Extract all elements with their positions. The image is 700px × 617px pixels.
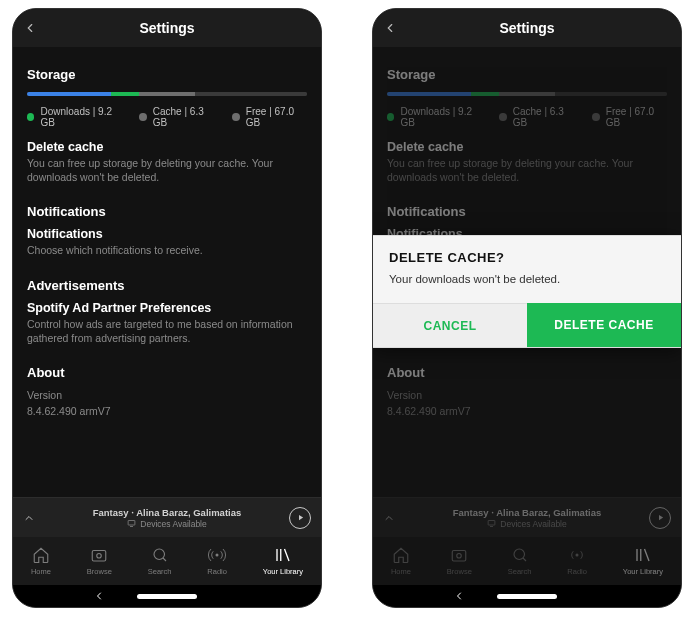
storage-bar-cache <box>111 92 139 96</box>
storage-bar-downloads <box>27 92 111 96</box>
storage-bar-other <box>139 92 195 96</box>
home-indicator[interactable] <box>137 594 197 599</box>
dot-free-icon <box>232 113 239 121</box>
nav-library[interactable]: Your Library <box>623 546 663 576</box>
delete-cache-button[interactable]: Delete cache <box>27 140 307 154</box>
system-back-icon[interactable] <box>453 590 465 602</box>
nav-home[interactable]: Home <box>391 546 411 576</box>
delete-cache-desc: You can free up storage by deleting your… <box>27 156 307 184</box>
system-back-icon[interactable] <box>93 590 105 602</box>
nav-search[interactable]: Search <box>148 546 172 576</box>
svg-point-2 <box>97 554 102 559</box>
nav-search[interactable]: Search <box>508 546 532 576</box>
storage-legend: Downloads | 9.2 GB Cache | 6.3 GB Free |… <box>387 106 667 128</box>
section-about: About <box>387 365 667 380</box>
back-icon[interactable] <box>383 21 397 35</box>
nav-browse[interactable]: Browse <box>447 546 472 576</box>
nav-radio[interactable]: Radio <box>567 546 587 576</box>
svg-point-3 <box>154 549 165 560</box>
storage-bar <box>27 92 307 96</box>
section-advertisements: Advertisements <box>27 278 307 293</box>
legend-cache: Cache | 6.3 GB <box>153 106 217 128</box>
legend-downloads: Downloads | 9.2 GB <box>40 106 123 128</box>
svg-point-8 <box>514 549 525 560</box>
svg-point-7 <box>457 554 462 559</box>
now-playing-bar[interactable]: Fantasy · Alina Baraz, Galimatias Device… <box>373 497 681 537</box>
page-title: Settings <box>139 20 194 36</box>
dialog-title: DELETE CACHE? <box>389 250 665 265</box>
section-storage: Storage <box>27 67 307 82</box>
play-icon[interactable] <box>649 507 671 529</box>
version-label: Version <box>27 388 307 402</box>
svg-rect-6 <box>453 551 467 562</box>
home-indicator[interactable] <box>497 594 557 599</box>
ad-prefs-item[interactable]: Spotify Ad Partner Preferences <box>27 301 307 315</box>
dot-downloads-icon <box>27 113 34 121</box>
delete-cache-confirm-button[interactable]: DELETE CACHE <box>527 303 681 347</box>
now-playing-bar[interactable]: Fantasy · Alina Baraz, Galimatias Device… <box>13 497 321 537</box>
phone-settings: Settings Storage Downloads | 9.2 GB Cach… <box>12 8 322 608</box>
storage-bar-free <box>195 92 307 96</box>
play-icon[interactable] <box>289 507 311 529</box>
section-storage: Storage <box>387 67 667 82</box>
system-nav <box>13 585 321 607</box>
phone-dialog: Settings Storage Downloads | 9.2 GB Cach… <box>372 8 682 608</box>
system-nav <box>373 585 681 607</box>
nav-home[interactable]: Home <box>31 546 51 576</box>
legend-free: Free | 67.0 GB <box>246 106 307 128</box>
chevron-up-icon[interactable] <box>23 512 35 524</box>
svg-rect-0 <box>128 521 135 526</box>
header: Settings <box>13 9 321 47</box>
bottom-nav: Home Browse Search Radio Your Library <box>13 537 321 585</box>
devices-available[interactable]: Devices Available <box>45 519 289 529</box>
svg-point-4 <box>216 554 219 557</box>
cancel-button[interactable]: CANCEL <box>373 303 527 347</box>
section-notifications: Notifications <box>27 204 307 219</box>
version-value: 8.4.62.490 armV7 <box>27 404 307 418</box>
notifications-desc: Choose which notifications to receive. <box>27 243 307 257</box>
notifications-item[interactable]: Notifications <box>27 227 307 241</box>
ad-prefs-desc: Control how ads are targeted to me based… <box>27 317 307 345</box>
delete-cache-desc: You can free up storage by deleting your… <box>387 156 667 184</box>
nav-radio[interactable]: Radio <box>207 546 227 576</box>
bottom-nav: Home Browse Search Radio Your Library <box>373 537 681 585</box>
delete-cache-dialog: DELETE CACHE? Your downloads won't be de… <box>373 235 681 348</box>
dialog-message: Your downloads won't be deleted. <box>389 273 665 285</box>
delete-cache-button[interactable]: Delete cache <box>387 140 667 154</box>
storage-bar <box>387 92 667 96</box>
content: Storage Downloads | 9.2 GB Cache | 6.3 G… <box>13 47 321 487</box>
nav-library[interactable]: Your Library <box>263 546 303 576</box>
section-about: About <box>27 365 307 380</box>
svg-point-9 <box>576 554 579 557</box>
svg-rect-1 <box>93 551 107 562</box>
dot-cache-icon <box>139 113 146 121</box>
svg-rect-5 <box>488 521 495 526</box>
page-title: Settings <box>499 20 554 36</box>
header: Settings <box>373 9 681 47</box>
chevron-up-icon[interactable] <box>383 512 395 524</box>
now-playing-title: Fantasy · Alina Baraz, Galimatias <box>45 507 289 518</box>
nav-browse[interactable]: Browse <box>87 546 112 576</box>
section-notifications: Notifications <box>387 204 667 219</box>
storage-legend: Downloads | 9.2 GB Cache | 6.3 GB Free |… <box>27 106 307 128</box>
back-icon[interactable] <box>23 21 37 35</box>
